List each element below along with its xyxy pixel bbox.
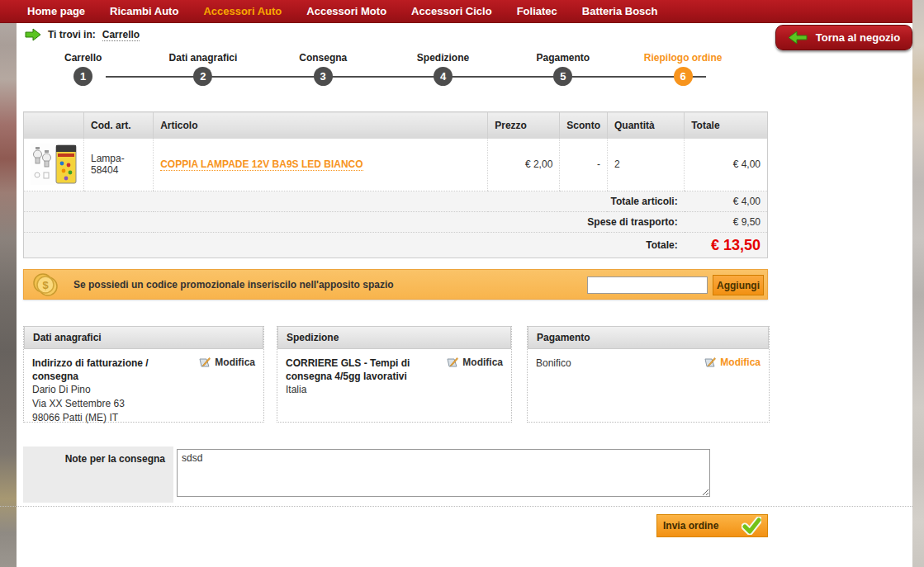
nav-item-ricambi-auto[interactable]: Ricambi Auto	[97, 5, 191, 17]
checkout-steps: Carrello 1 Dati anagrafici 2 Consegna 3 …	[23, 52, 743, 89]
breadcrumb-prefix: Ti trovi in:	[48, 29, 96, 40]
box-title: Spedizione	[277, 326, 511, 349]
product-code: Lampa-58404	[84, 139, 154, 191]
nav-item-home[interactable]: Home page	[15, 5, 97, 17]
grand-total-label: Totale:	[24, 233, 685, 258]
green-checkmark-icon	[742, 517, 761, 535]
col-article: Articolo	[154, 112, 488, 139]
col-quantity: Quantità	[607, 112, 684, 139]
step-number: 1	[73, 67, 92, 86]
back-to-shop-button[interactable]: Torna al negozio	[775, 25, 912, 50]
summary-label: Totale articoli:	[24, 191, 685, 212]
address-line: Dario Di Pino	[32, 383, 255, 397]
address-line: 98066 Patti (ME) IT	[32, 411, 255, 425]
shipping-method: CORRIERE GLS - Tempi di consegna 4/5gg l…	[286, 357, 424, 383]
product-link[interactable]: COPPIA LAMPADE 12V BA9S LED BIANCO	[160, 158, 362, 171]
checkout-page: Home page Ricambi Auto Accessori Auto Ac…	[0, 0, 924, 567]
step-pagamento[interactable]: Pagamento 5	[503, 52, 623, 89]
submit-order-button[interactable]: Invia ordine	[656, 514, 768, 537]
product-discount: -	[560, 139, 608, 191]
delivery-notes-textarea[interactable]: sdsd	[177, 449, 710, 497]
step-number: 5	[553, 67, 572, 86]
promo-add-button[interactable]: Aggiungi	[713, 275, 764, 295]
right-background-image	[912, 0, 924, 567]
left-background-image	[0, 0, 17, 567]
green-left-arrow-icon	[788, 31, 808, 45]
step-carrello[interactable]: Carrello 1	[23, 52, 143, 89]
order-summary-table: Cod. art. Articolo Prezzo Sconto Quantit…	[23, 111, 768, 258]
bottom-separator	[0, 506, 912, 507]
breadcrumb: Ti trovi in: Carrello	[25, 28, 140, 41]
green-right-arrow-icon	[25, 28, 41, 41]
box-spedizione: Spedizione CORRIERE GLS - Tempi di conse…	[277, 326, 512, 423]
summary-row-shipping: Spese di trasporto: € 9,50	[24, 212, 768, 233]
step-label: Carrello	[64, 52, 102, 64]
billing-address-title: Indirizzo di fatturazione / consegna	[32, 357, 175, 383]
nav-item-foliatec[interactable]: Foliatec	[505, 5, 570, 17]
step-spedizione[interactable]: Spedizione 4	[383, 52, 503, 89]
step-label: Consegna	[299, 52, 347, 64]
edit-icon	[446, 357, 459, 368]
step-number: 3	[314, 67, 333, 86]
step-number: 2	[193, 67, 212, 86]
col-discount: Sconto	[560, 112, 608, 139]
product-thumbnail	[31, 144, 77, 185]
summary-label: Spese di trasporto:	[24, 212, 685, 233]
step-dati-anagrafici[interactable]: Dati anagrafici 2	[143, 52, 263, 89]
box-title: Pagamento	[528, 326, 769, 349]
product-price: € 2,00	[488, 139, 560, 191]
summary-value: € 9,50	[685, 212, 768, 233]
box-dati-anagrafici: Dati anagrafici Indirizzo di fatturazion…	[23, 326, 264, 423]
table-header-row: Cod. art. Articolo Prezzo Sconto Quantit…	[24, 112, 768, 139]
coins-icon: $	[31, 272, 64, 298]
notes-label: Note per la consegna	[23, 447, 173, 503]
product-thumbnail-cell[interactable]	[24, 139, 84, 191]
nav-item-batteria-bosch[interactable]: Batteria Bosch	[570, 5, 670, 17]
edit-anagrafica-link[interactable]: Modifica	[198, 357, 255, 368]
shipping-country: Italia	[286, 383, 503, 397]
edit-spedizione-link[interactable]: Modifica	[446, 357, 503, 368]
step-number: 4	[434, 67, 453, 86]
edit-label: Modifica	[462, 357, 503, 368]
submit-order-label: Invia ordine	[663, 520, 718, 532]
col-code: Cod. art.	[84, 112, 154, 139]
breadcrumb-current-link[interactable]: Carrello	[102, 29, 140, 41]
svg-text:$: $	[42, 279, 49, 291]
step-label: Riepilogo ordine	[644, 52, 723, 64]
step-riepilogo-ordine[interactable]: Riepilogo ordine 6	[623, 52, 742, 89]
edit-icon	[198, 357, 211, 368]
col-total: Totale	[685, 112, 768, 139]
promo-message: Se possiedi un codice promozionale inser…	[73, 279, 394, 291]
summary-row-items: Totale articoli: € 4,00	[24, 191, 768, 212]
main-nav: Home page Ricambi Auto Accessori Auto Ac…	[0, 0, 912, 23]
edit-label: Modifica	[215, 357, 255, 368]
step-label: Dati anagrafici	[169, 52, 238, 64]
summary-value: € 4,00	[685, 191, 768, 212]
summary-row-grand-total: Totale: € 13,50	[24, 233, 768, 258]
step-label: Pagamento	[536, 52, 590, 64]
promo-code-bar: $ Se possiedi un codice promozionale ins…	[23, 269, 768, 300]
grand-total-value: € 13,50	[685, 233, 768, 258]
step-consegna[interactable]: Consegna 3	[263, 52, 383, 89]
step-label: Spedizione	[417, 52, 469, 64]
back-to-shop-label: Torna al negozio	[816, 31, 900, 44]
nav-item-accessori-auto[interactable]: Accessori Auto	[191, 5, 294, 17]
table-row: Lampa-58404 COPPIA LAMPADE 12V BA9S LED …	[24, 139, 768, 191]
nav-item-accessori-ciclo[interactable]: Accessori Ciclo	[399, 5, 505, 17]
nav-item-accessori-moto[interactable]: Accessori Moto	[294, 5, 399, 17]
product-quantity: 2	[607, 139, 684, 191]
edit-pagamento-link[interactable]: Modifica	[704, 357, 761, 368]
address-line: Via XX Settembre 63	[32, 397, 255, 411]
box-pagamento: Pagamento Bonifico Modifica	[527, 326, 770, 423]
col-price: Prezzo	[488, 112, 560, 139]
step-number: 6	[674, 67, 693, 86]
product-total: € 4,00	[685, 139, 768, 191]
promo-code-input[interactable]	[587, 276, 708, 294]
edit-icon	[704, 357, 717, 368]
col-image	[24, 112, 84, 139]
edit-label: Modifica	[720, 357, 761, 368]
box-title: Dati anagrafici	[24, 326, 263, 349]
payment-method: Bonifico	[536, 357, 680, 370]
